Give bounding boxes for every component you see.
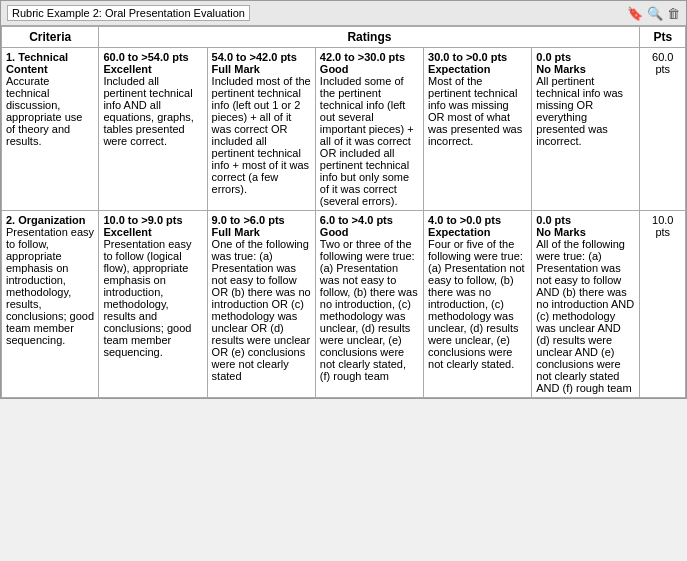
rating-label-2-0: Excellent [103, 226, 202, 238]
rating-cell-2-4: 0.0 pts No Marks All of the following we… [532, 211, 640, 398]
rating-label-1-4: No Marks [536, 63, 635, 75]
rating-cell-1-2: 42.0 to >30.0 pts Good Included some of … [315, 48, 423, 211]
rating-desc-1-3: Most of the pertinent technical info was… [428, 75, 527, 147]
col-header-ratings: Ratings [99, 27, 640, 48]
rating-label-2-1: Full Mark [212, 226, 311, 238]
criteria-desc-2: Presentation easy to follow, appropriate… [6, 226, 94, 346]
rating-desc-1-0: Included all pertinent technical info AN… [103, 75, 202, 147]
rating-range-1-1: 54.0 to >42.0 pts [212, 51, 311, 63]
criteria-cell-1: 1. Technical Content Accurate technical … [2, 48, 99, 211]
rating-range-2-4: 0.0 pts [536, 214, 635, 226]
col-header-pts: Pts [640, 27, 686, 48]
rating-range-2-2: 6.0 to >4.0 pts [320, 214, 419, 226]
rating-cell-2-3: 4.0 to >0.0 pts Expectation Four or five… [424, 211, 532, 398]
pts-cell-2: 10.0 pts [640, 211, 686, 398]
rating-label-2-2: Good [320, 226, 419, 238]
col-header-criteria: Criteria [2, 27, 99, 48]
rating-desc-2-4: All of the following were true: (a) Pres… [536, 238, 635, 394]
rating-label-1-2: Good [320, 63, 419, 75]
window-title: Rubric Example 2: Oral Presentation Eval… [7, 5, 250, 21]
rating-desc-1-1: Included most of the pertinent technical… [212, 75, 311, 195]
rating-range-2-1: 9.0 to >6.0 pts [212, 214, 311, 226]
rating-cell-2-0: 10.0 to >9.0 pts Excellent Presentation … [99, 211, 207, 398]
rating-desc-2-3: Four or five of the following were true:… [428, 238, 527, 370]
rating-desc-1-4: All pertinent technical info was missing… [536, 75, 635, 147]
main-window: Rubric Example 2: Oral Presentation Eval… [0, 0, 687, 399]
rating-cell-1-0: 60.0 to >54.0 pts Excellent Included all… [99, 48, 207, 211]
rating-label-1-3: Expectation [428, 63, 527, 75]
pts-cell-1: 60.0 pts [640, 48, 686, 211]
criteria-desc-1: Accurate technical discussion, appropria… [6, 75, 94, 147]
table-row: 1. Technical Content Accurate technical … [2, 48, 686, 211]
rating-label-2-3: Expectation [428, 226, 527, 238]
criteria-number-2: 2. Organization [6, 214, 94, 226]
title-bar: Rubric Example 2: Oral Presentation Eval… [1, 1, 686, 26]
rating-desc-2-1: One of the following was true: (a) Prese… [212, 238, 311, 382]
criteria-cell-2: 2. Organization Presentation easy to fol… [2, 211, 99, 398]
rating-desc-1-2: Included some of the pertinent technical… [320, 75, 419, 207]
rating-label-1-0: Excellent [103, 63, 202, 75]
rating-cell-2-1: 9.0 to >6.0 pts Full Mark One of the fol… [207, 211, 315, 398]
rating-range-1-4: 0.0 pts [536, 51, 635, 63]
rating-range-2-3: 4.0 to >0.0 pts [428, 214, 527, 226]
criteria-number-1: 1. Technical Content [6, 51, 94, 75]
rating-desc-2-2: Two or three of the following were true:… [320, 238, 419, 382]
table-row: 2. Organization Presentation easy to fol… [2, 211, 686, 398]
rating-cell-2-2: 6.0 to >4.0 pts Good Two or three of the… [315, 211, 423, 398]
title-icons: 🔖 🔍 🗑 [627, 6, 680, 21]
trash-icon[interactable]: 🗑 [667, 6, 680, 21]
rating-range-1-2: 42.0 to >30.0 pts [320, 51, 419, 63]
rating-cell-1-1: 54.0 to >42.0 pts Full Mark Included mos… [207, 48, 315, 211]
rating-label-2-4: No Marks [536, 226, 635, 238]
rating-label-1-1: Full Mark [212, 63, 311, 75]
rating-desc-2-0: Presentation easy to follow (logical flo… [103, 238, 202, 358]
table-header-row: Criteria Ratings Pts [2, 27, 686, 48]
rubric-table: Criteria Ratings Pts 1. Technical Conten… [1, 26, 686, 398]
bookmark-icon[interactable]: 🔖 [627, 6, 643, 21]
rating-cell-1-3: 30.0 to >0.0 pts Expectation Most of the… [424, 48, 532, 211]
rating-cell-1-4: 0.0 pts No Marks All pertinent technical… [532, 48, 640, 211]
rating-range-1-0: 60.0 to >54.0 pts [103, 51, 202, 63]
rating-range-1-3: 30.0 to >0.0 pts [428, 51, 527, 63]
rating-range-2-0: 10.0 to >9.0 pts [103, 214, 202, 226]
search-icon[interactable]: 🔍 [647, 6, 663, 21]
